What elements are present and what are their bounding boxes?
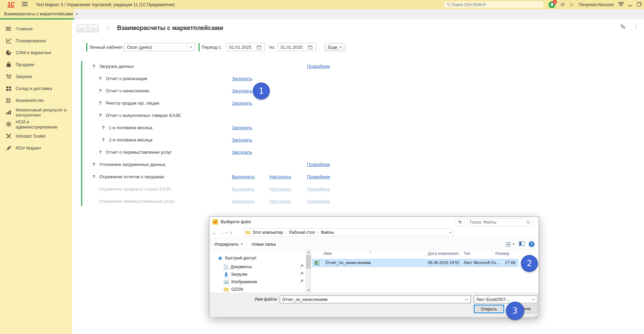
new-folder-button[interactable]: Новая папка [252,242,276,247]
row-eaeu-goods-report: ? Отчет о выкупленных товарах ЕАЭС [72,109,481,122]
question-icon[interactable]: ? [92,158,95,171]
sidebar-item-warehouse[interactable]: Склад и доставка [0,82,72,94]
address-bar[interactable]: Этот компьютер› Рабочий стол› Файлы ▾ [244,228,453,237]
more-button-label: Еще [328,45,337,50]
date-to-field[interactable] [278,43,316,51]
sidebar-item-infostart[interactable]: Infostart Toolkit [0,130,72,142]
row-reinvoiced-services-report: ? Отчет о перевыставлении услуг Загрузит… [72,146,481,158]
nav-back-icon[interactable]: ← [212,230,217,236]
sidebar-item-treasury[interactable]: Казначейство [0,94,72,106]
question-icon[interactable]: ? [102,134,105,146]
breadcrumb-desktop[interactable]: Рабочий стол [289,230,314,235]
sidebar-item-rdv-market[interactable]: RDV Маркет [0,142,72,154]
pin-icon [299,271,304,276]
places-scrollbar[interactable]: ▲ ▼ [306,249,311,293]
view-mode-icon[interactable]: ▼ [506,242,515,247]
calendar-icon[interactable] [255,43,263,51]
restore-button[interactable] [637,3,641,6]
chevron-down-icon[interactable] [532,299,535,301]
quick-access-item[interactable]: Быстрый доступ [218,254,256,262]
help-icon[interactable]: ? [529,241,535,247]
sidebar-item-sales[interactable]: Продажи [0,59,72,71]
question-icon[interactable]: ? [99,109,102,122]
refresh-button[interactable]: ↻ [456,218,465,226]
nav-up-icon[interactable]: ↑ [230,230,232,236]
scrollbar-thumb[interactable] [306,255,311,269]
address-dropdown-icon[interactable]: ▾ [450,231,451,234]
user-name[interactable]: Пичугина Наталия [579,2,614,7]
nav-forward-icon[interactable]: → [220,230,224,236]
cabinet-select[interactable]: Ozon (демо) ▾ [124,43,195,51]
organize-button[interactable]: Упорядочить▼ [214,242,243,247]
date-to-input[interactable] [278,44,306,50]
question-icon[interactable]: ? [92,60,95,73]
load-link[interactable]: Загрузить [232,97,252,109]
global-search[interactable] [444,1,544,8]
tab-settlements[interactable]: Взаиморасчеты с маркетплейсами × [0,9,74,19]
notifications-icon[interactable]: 1 [548,1,555,8]
question-icon[interactable]: ? [102,122,105,134]
sidebar-item-finance[interactable]: Финансовый результат и контроллинг [0,106,72,118]
cabinet-dropdown-icon[interactable]: ▾ [187,43,195,51]
load-link[interactable]: Загрузить [232,122,252,134]
filetype-select[interactable]: Лист Excel2007-... [474,295,538,303]
place-ozon-folder[interactable]: OZON [224,286,243,293]
configure-link[interactable]: Настроить [269,171,291,183]
sidebar-item-purchases[interactable]: Закупки [0,71,72,82]
favorite-star-icon[interactable]: ☆ [105,24,112,32]
sidebar-item-crm[interactable]: CRM и маркетинг [0,47,72,59]
place-downloads[interactable]: Загрузки [224,271,247,278]
cabinet-value: Ozon (демо) [125,45,187,50]
load-link[interactable]: Загрузить [232,73,252,85]
sidebar-item-main[interactable]: Главное [0,23,72,35]
load-link[interactable]: Загрузить [232,146,252,158]
preview-pane-icon[interactable] [519,241,525,247]
execute-link[interactable]: Выполнить [232,171,255,183]
question-icon[interactable]: ? [99,97,102,109]
tools-menu-icon[interactable] [618,2,624,8]
question-icon[interactable]: ? [99,85,102,97]
back-button[interactable]: ← [77,24,88,32]
minimize-button[interactable] [628,5,632,6]
more-button[interactable]: Еще▼ [324,43,346,51]
filename-input[interactable] [280,297,465,302]
column-header-name[interactable]: Имя [324,249,332,258]
main-menu-icon[interactable] [22,2,28,8]
column-header-size[interactable]: Размер [495,249,509,258]
dialog-search-input[interactable] [468,219,526,225]
place-pictures[interactable]: Изображения [224,278,257,286]
scroll-up-icon[interactable]: ▲ [306,249,311,255]
details-link[interactable]: Подробнее [307,171,330,183]
calendar-icon[interactable] [306,43,314,51]
forward-button[interactable]: → [88,24,99,32]
details-link[interactable]: Подробнее [307,60,330,73]
more-menu-icon[interactable]: ⋮ [633,24,638,29]
resize-grip[interactable] [537,315,538,316]
column-header-date[interactable]: Дата изменения [428,249,458,258]
link-icon[interactable] [620,24,626,31]
load-link[interactable]: Загрузить [232,134,252,146]
chevron-down-icon[interactable] [465,299,468,301]
sidebar-item-administration[interactable]: НСИ и администрирование [0,118,72,130]
dialog-search-box[interactable] [467,218,533,226]
date-from-field[interactable] [226,43,265,51]
question-icon[interactable]: ? [92,171,95,183]
sidebar-item-planning[interactable]: Планирование [0,35,72,47]
breadcrumb-files[interactable]: Файлы [321,230,334,235]
load-link[interactable]: Загрузить [232,85,252,97]
open-button[interactable]: Открыть [474,305,504,313]
global-search-input[interactable] [451,2,534,7]
details-link[interactable]: Подробнее [307,158,330,171]
breadcrumb-this-pc[interactable]: Этот компьютер [252,230,283,235]
date-from-input[interactable] [227,44,255,50]
tab-close-icon[interactable]: × [76,11,78,16]
place-documents[interactable]: Документы [224,263,252,271]
column-header-type[interactable]: Тип [464,249,470,258]
favorites-star-icon[interactable]: ☆ [569,2,574,7]
history-icon[interactable]: ↺ [560,2,565,7]
scroll-down-icon[interactable]: ▼ [306,288,311,293]
nav-history-chevron-icon[interactable]: ▾ [226,231,227,234]
question-icon[interactable]: ? [99,73,102,85]
filename-combobox[interactable] [280,295,471,303]
question-icon[interactable]: ? [99,146,102,158]
